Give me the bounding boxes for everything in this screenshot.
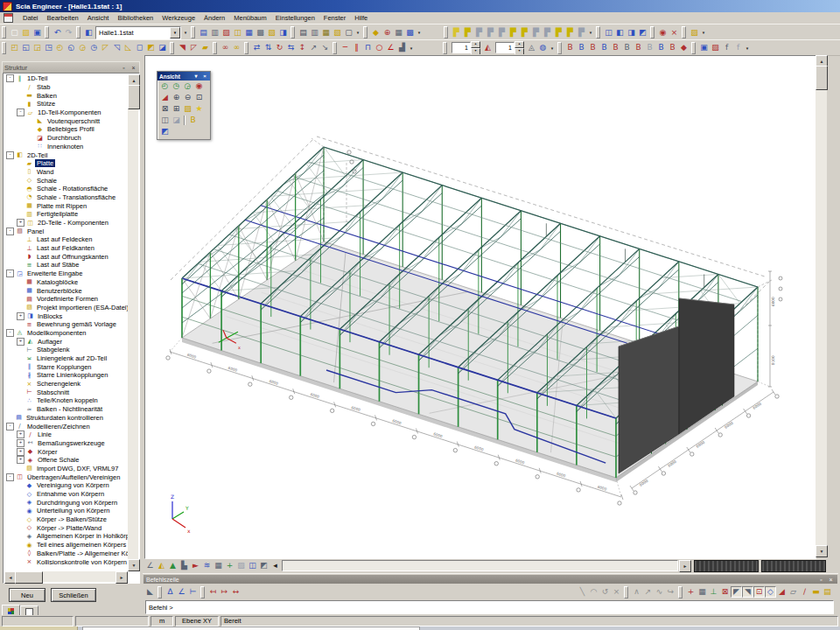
texture-icon[interactable]: ▩ — [255, 27, 266, 38]
toolbar-grip[interactable] — [158, 586, 162, 598]
copy-all-icon[interactable]: ◫ — [603, 27, 614, 38]
tree-item-offene-schale[interactable]: +◈Offene Schale — [4, 456, 128, 465]
scale-icon[interactable]: ◶ — [77, 42, 88, 53]
tree-item-stab[interactable]: ∕Stab — [4, 83, 128, 92]
circle-tool-icon[interactable]: ○ — [374, 42, 385, 53]
picture-export-icon[interactable]: ▦ — [320, 27, 332, 38]
spinner-value[interactable]: 1 — [495, 42, 514, 53]
viewport-horizontal-scrollbar[interactable] — [282, 560, 678, 571]
tree-item-unterteilung-von-körpern[interactable]: ◉Unterteilung von Körpern — [4, 507, 128, 515]
fillet-icon[interactable]: ◩ — [145, 42, 157, 53]
view-settings-icon[interactable]: ◩ — [159, 126, 171, 137]
tree-item-inblocks[interactable]: +◨InBlocks — [4, 312, 128, 320]
snap-ortho-icon[interactable]: ⊥ — [708, 586, 719, 598]
rotate-view-icon[interactable]: ◢ — [159, 92, 171, 103]
chart-tool-icon[interactable]: ▟ — [396, 42, 408, 53]
render-icon[interactable]: ▲ — [167, 560, 178, 571]
clip-box-icon[interactable]: ▨ — [182, 103, 193, 115]
view-flag-4[interactable]: ▛ — [485, 27, 496, 38]
window-layout-icon[interactable]: ◨ — [277, 27, 289, 38]
layer-manager-icon[interactable]: ◍ — [537, 42, 549, 53]
grid-display-icon[interactable]: ▦ — [213, 560, 224, 571]
ansicht-close-icon[interactable]: × — [201, 73, 208, 80]
toolbar-grip[interactable] — [76, 26, 80, 38]
folder-caret[interactable]: ▾ — [700, 30, 707, 35]
array-icon[interactable]: ⇅ — [262, 42, 274, 53]
layer-pick-icon[interactable]: ◬ — [526, 42, 537, 53]
toolbar-grip[interactable] — [682, 26, 686, 38]
tree-item-panel[interactable]: -▧Panel — [4, 227, 128, 235]
tree-item-last-auf-feldecken[interactable]: ⊥Last auf Feldecken — [4, 235, 128, 244]
new-icon[interactable]: ▢ — [9, 27, 20, 38]
snap-arrow-icon[interactable]: ↪ — [665, 586, 676, 598]
unlink-pair-icon[interactable]: ∞ — [231, 42, 242, 53]
measure-icon[interactable]: ↘ — [319, 42, 331, 53]
view-flag-6[interactable]: ▛ — [508, 27, 519, 38]
tree-scroll-down-button[interactable]: ▼ — [128, 559, 140, 571]
tree-item-körper-balken-stütze[interactable]: ◇Körper -> Balken/Stütze — [4, 515, 128, 524]
tree-item-übertragen-aufteilen-vereinigen[interactable]: -◫Übertragen/Aufteilen/Vereinigen — [4, 472, 128, 481]
project-combo-caret[interactable]: ▾ — [182, 30, 189, 35]
node-snap-icon[interactable]: ∆ — [164, 586, 176, 598]
tree-expander-icon[interactable]: + — [17, 219, 24, 227]
wire-mode-icon[interactable]: ∠ — [144, 560, 156, 571]
loads-display-icon[interactable]: ≋ — [201, 560, 213, 571]
tree-expander-icon[interactable]: + — [17, 439, 24, 447]
angle-tool-icon[interactable]: ∠ — [385, 42, 396, 53]
pointer-icon[interactable]: ◣ — [144, 586, 156, 598]
toolbar-grip[interactable] — [363, 26, 368, 38]
menu-einstellungen[interactable]: Einstellungen — [271, 14, 319, 22]
snap-curve-icon[interactable]: ◠ — [588, 586, 599, 598]
view-flag-1[interactable]: ▛ — [451, 27, 462, 38]
view-front-icon[interactable]: ◴ — [159, 80, 171, 92]
snap-off-icon[interactable]: × — [611, 586, 622, 598]
snap-endpoint-icon[interactable]: ◤ — [731, 586, 742, 598]
filter-caret[interactable]: ▾ — [744, 46, 751, 51]
collapse-toolbar-button[interactable]: ◂ — [270, 560, 281, 571]
snap-face-icon[interactable]: ▱ — [788, 586, 799, 598]
zoom-window-icon[interactable]: ⊡ — [193, 92, 205, 103]
volume-display-icon[interactable]: ◫ — [247, 560, 258, 571]
paste-add-icon[interactable]: ◩ — [637, 27, 648, 38]
tree-expander-icon[interactable]: - — [6, 74, 14, 82]
beam-display-icon-8[interactable]: B — [644, 42, 655, 53]
copy-node-icon[interactable]: ◰ — [9, 42, 20, 53]
axes-display-icon[interactable]: + — [224, 560, 235, 571]
tree-item-bemaßungswerkzeuge[interactable]: +↤Bemaßungswerkzeuge — [4, 439, 128, 448]
menu-werkzeuge[interactable]: Werkzeuge — [158, 14, 200, 22]
tree-item-2d-teil[interactable]: -◧2D-Teil — [4, 150, 128, 159]
filter-f1-icon[interactable]: f — [721, 42, 732, 53]
toolbar-grip[interactable] — [244, 42, 248, 54]
tree-item-katalogblöcke[interactable]: ▦Katalogblöcke — [4, 278, 128, 287]
menu-fenster[interactable]: Fenster — [319, 14, 350, 22]
extend-icon[interactable]: ◹ — [111, 42, 122, 53]
document-menu-icon[interactable] — [4, 13, 13, 23]
gallery-icon[interactable]: ▨ — [220, 27, 232, 38]
tree-item-durchdringung-von-körpern[interactable]: ◈Durchdringung von Körpern — [4, 498, 128, 507]
tree-item-teile-knoten-koppeln[interactable]: ∴Teile/Knoten koppeln — [4, 396, 128, 405]
spinner-up-icon[interactable]: ▴ — [514, 41, 524, 48]
line-tool-icon[interactable]: ─ — [340, 42, 351, 53]
paste-all-icon[interactable]: ◧ — [614, 27, 626, 38]
tree-item-körper-platte-wand[interactable]: ◇Körper -> Platte/Wand — [4, 523, 128, 532]
tree-expander-icon[interactable]: + — [17, 448, 24, 456]
move-beam-icon[interactable]: ◳ — [43, 42, 54, 53]
tree-horizontal-scrollbar[interactable]: ◄ ► — [4, 571, 128, 582]
beam-display-icon-10[interactable]: B — [667, 42, 678, 53]
dim-left-icon[interactable]: ↤ — [207, 586, 219, 598]
shade-mode-icon[interactable]: ◭ — [156, 560, 167, 571]
viewport-scroll-right-button[interactable]: ► — [679, 560, 691, 572]
filter-f2-icon[interactable]: f — [732, 42, 744, 53]
tree-expander-icon[interactable]: - — [6, 151, 14, 159]
toolbar-grip[interactable] — [200, 586, 205, 598]
toolbar-grip[interactable] — [213, 42, 217, 54]
tree-item-auflager[interactable]: +◭Auflager — [4, 337, 128, 346]
select-line-icon[interactable]: ◥ — [177, 42, 188, 53]
tree-item-stabschnitt[interactable]: ⊢Stabschnitt — [4, 388, 128, 396]
zoom-in-icon[interactable]: ⊕ — [171, 92, 182, 103]
window-new-icon[interactable]: ▧ — [266, 27, 277, 38]
tree-item-1d-teil[interactable]: -∥1D-Teil — [4, 74, 128, 83]
tree-item-kollisionskontrolle-von-körpern[interactable]: ×Kollisionskontrolle von Körpern — [4, 557, 128, 566]
undo-icon[interactable]: ↶ — [52, 27, 63, 38]
toolbar-grip[interactable] — [691, 42, 696, 54]
